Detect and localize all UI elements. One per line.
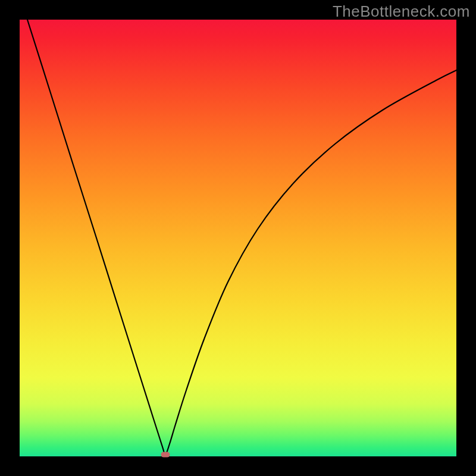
min-marker-dot — [161, 452, 170, 458]
watermark-text: TheBottleneck.com — [333, 2, 470, 21]
bottleneck-curve — [27, 20, 456, 455]
chart-container: TheBottleneck.com — [0, 0, 476, 476]
curve-svg — [20, 20, 456, 456]
